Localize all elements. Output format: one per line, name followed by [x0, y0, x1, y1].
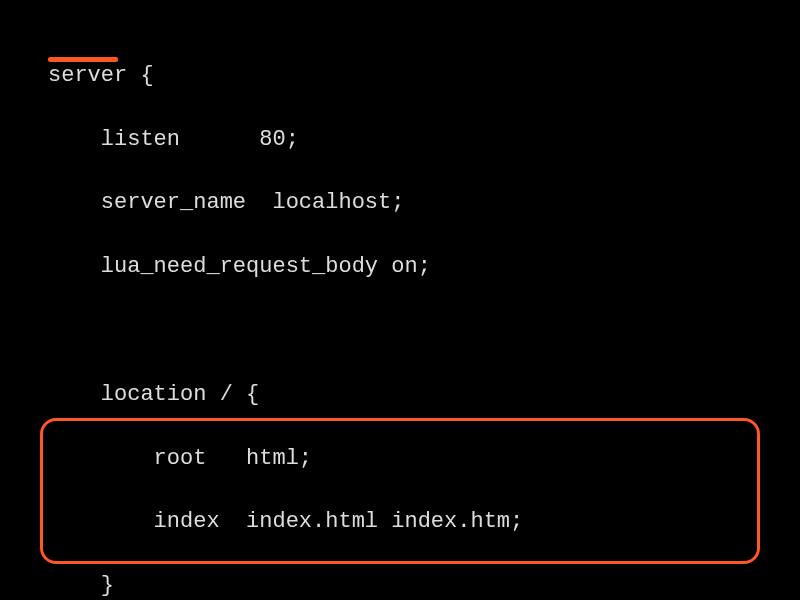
server-underline-marker	[48, 57, 118, 62]
code-line: }	[48, 570, 800, 600]
code-line: server {	[48, 60, 800, 92]
code-block: server { listen 80; server_name localhos…	[0, 0, 800, 600]
code-line: listen 80;	[48, 124, 800, 156]
code-line: server_name localhost;	[48, 187, 800, 219]
code-line: index index.html index.htm;	[48, 506, 800, 538]
code-line: location / {	[48, 379, 800, 411]
code-line: lua_need_request_body on;	[48, 251, 800, 283]
code-line: root html;	[48, 443, 800, 475]
